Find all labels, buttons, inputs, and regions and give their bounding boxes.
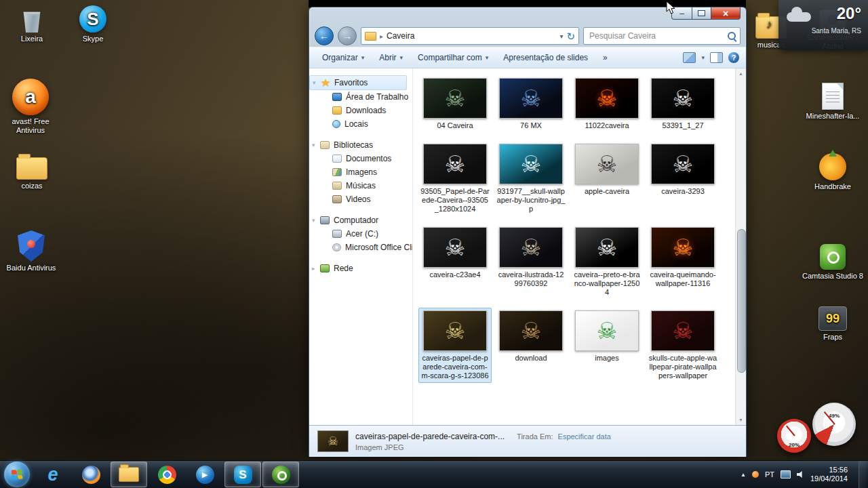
file-item[interactable]: ☠download bbox=[494, 308, 568, 383]
expander-icon[interactable] bbox=[313, 79, 321, 86]
network-tray-icon[interactable] bbox=[781, 470, 791, 479]
change-view-icon[interactable] bbox=[683, 52, 696, 63]
address-dropdown-icon[interactable] bbox=[559, 33, 563, 40]
file-item[interactable]: ☠caveira-ilustrada-1299760392 bbox=[494, 224, 568, 300]
sidebar-item-m-sicas[interactable]: Músicas bbox=[309, 179, 412, 192]
expander-icon[interactable] bbox=[312, 142, 320, 148]
sidebar-section-bibliotecas[interactable]: Bibliotecas bbox=[309, 138, 412, 152]
sidebar-section: FavoritosÁrea de TrabalhoDownloadsLocais bbox=[309, 75, 412, 131]
start-button[interactable] bbox=[4, 462, 30, 487]
sidebar-item-locais[interactable]: Locais bbox=[309, 117, 412, 131]
minimize-icon bbox=[679, 9, 684, 18]
desktop-icon-label: Skype bbox=[83, 35, 104, 43]
sidebar-section-favoritos[interactable]: Favoritos bbox=[309, 75, 407, 90]
desktop-icon-skype[interactable]: Skype bbox=[62, 5, 124, 43]
scroll-down-icon[interactable] bbox=[736, 415, 746, 425]
desktop-icon-avast[interactable]: avast! Free Antivirus bbox=[0, 79, 62, 135]
taskbar-media-player[interactable] bbox=[186, 462, 223, 487]
help-icon[interactable] bbox=[728, 52, 739, 63]
back-button[interactable] bbox=[315, 26, 334, 45]
desktop-icon-coizas[interactable]: coizas bbox=[1, 157, 63, 190]
details-info: caveiras-papel-de-parede-caveira-com-...… bbox=[355, 432, 611, 451]
file-thumbnail: ☠ bbox=[499, 310, 563, 351]
details-meta: Tirada Em: Especificar data bbox=[517, 432, 611, 441]
sidebar-item-videos[interactable]: Videos bbox=[309, 192, 412, 206]
taskbar-chrome[interactable] bbox=[149, 462, 185, 487]
file-item[interactable]: ☠931977__skull-wallpaper-by-lucnitro-jpg… bbox=[494, 141, 568, 216]
file-thumbnail: ☠ bbox=[423, 144, 487, 184]
weather-gadget[interactable]: 20° Santa Maria, RS bbox=[778, 0, 868, 50]
language-indicator[interactable]: PT bbox=[765, 470, 774, 479]
show-desktop-button[interactable] bbox=[859, 461, 867, 488]
file-item[interactable]: ☠caveira--preto-e-branco-wallpaper-12504 bbox=[570, 224, 644, 300]
file-item[interactable]: ☠53391_1_27 bbox=[646, 75, 719, 133]
file-item[interactable]: ☠apple-caveira bbox=[570, 141, 644, 216]
title-bar[interactable] bbox=[309, 7, 746, 25]
sidebar-item-rea-de-trabalho[interactable]: Área de Trabalho bbox=[309, 90, 412, 104]
desktop-icon-baidu-antivirus[interactable]: Baidu Antivirus bbox=[0, 230, 62, 272]
refresh-icon[interactable] bbox=[566, 31, 575, 41]
cloud-icon bbox=[787, 12, 811, 22]
close-button[interactable] bbox=[711, 7, 741, 20]
breadcrumb-location[interactable]: Caveira bbox=[387, 31, 414, 41]
doc-icon bbox=[332, 155, 342, 163]
taskbar-internet-explorer[interactable] bbox=[35, 462, 71, 487]
file-item[interactable]: ☠skulls-cute-apple-wallpepar-pirate-wall… bbox=[646, 308, 719, 383]
vertical-scrollbar[interactable] bbox=[735, 68, 746, 425]
maximize-button[interactable] bbox=[692, 7, 711, 20]
volume-tray-icon[interactable] bbox=[797, 471, 804, 479]
sidebar-item-downloads[interactable]: Downloads bbox=[309, 104, 412, 117]
sidebar-item-documentos[interactable]: Documentos bbox=[309, 152, 412, 165]
file-item[interactable]: ☠76 MX bbox=[494, 75, 568, 133]
sidebar-section: BibliotecasDocumentosImagensMúsicasVideo… bbox=[309, 138, 412, 206]
file-item[interactable]: ☠04 Caveira bbox=[418, 75, 492, 133]
sidebar-item-microsoft-office-cli[interactable]: Microsoft Office Cli bbox=[309, 241, 412, 254]
sidebar-section-rede[interactable]: Rede bbox=[309, 262, 412, 275]
hidden-icons-caret-icon[interactable] bbox=[741, 472, 746, 478]
view-dropdown-icon[interactable] bbox=[701, 54, 705, 61]
system-tray: PT 15:56 19/04/2014 bbox=[741, 461, 868, 488]
file-item[interactable]: ☠caveira-queimando-wallpaper-11316 bbox=[646, 224, 719, 300]
preview-pane-icon[interactable] bbox=[710, 52, 723, 63]
expander-icon[interactable] bbox=[312, 217, 320, 224]
toolbar-button-overflow[interactable]: » bbox=[597, 50, 614, 65]
sidebar-section-computador[interactable]: Computador bbox=[309, 214, 412, 227]
cpu-meter-gadget[interactable]: 20% 49% bbox=[777, 403, 856, 453]
scrollbar-thumb[interactable] bbox=[737, 229, 746, 373]
taskbar-windows-explorer[interactable] bbox=[111, 462, 147, 487]
file-item[interactable]: ☠caveira-c23ae4 bbox=[418, 224, 492, 300]
file-item[interactable]: ☠images bbox=[570, 308, 644, 383]
file-item[interactable]: ☠93505_Papel-de-Parede-Caveira--93505_12… bbox=[418, 141, 492, 216]
sidebar-item-imagens[interactable]: Imagens bbox=[309, 165, 412, 179]
details-meta-value[interactable]: Especificar data bbox=[558, 432, 611, 441]
expander-icon[interactable] bbox=[312, 265, 320, 272]
toolbar-button-abrir[interactable]: Abrir bbox=[373, 50, 409, 65]
search-input[interactable] bbox=[588, 30, 724, 41]
sidebar-item-acer-c[interactable]: Acer (C:) bbox=[309, 227, 412, 241]
search-box[interactable] bbox=[583, 27, 741, 45]
desktop-icon-mineshafter[interactable]: Mineshafter-la... bbox=[802, 83, 864, 121]
desktop-icon-camtasia[interactable]: Camtasia Studio 8 bbox=[802, 244, 864, 281]
taskbar-camtasia[interactable] bbox=[262, 462, 299, 487]
file-item[interactable]: ☠11022caveira bbox=[570, 75, 644, 133]
skull-icon: ☠ bbox=[597, 319, 617, 342]
desktop-icon-lixeira[interactable]: Lixeira bbox=[1, 8, 63, 43]
desktop-icon-handbrake[interactable]: Handbrake bbox=[802, 153, 864, 191]
taskbar-skype[interactable] bbox=[224, 462, 261, 487]
file-item[interactable]: ☠caveira-3293 bbox=[646, 141, 719, 216]
desktop-icon-fraps[interactable]: Fraps bbox=[802, 306, 864, 342]
toolbar-button-apresenta-o-de-slides[interactable]: Apresentação de slides bbox=[497, 50, 594, 65]
address-bar[interactable]: Caveira bbox=[361, 27, 579, 45]
scroll-up-icon[interactable] bbox=[736, 68, 746, 79]
forward-button[interactable] bbox=[338, 26, 357, 45]
toolbar-button-compartilhar-com[interactable]: Compartilhar com bbox=[412, 50, 494, 65]
file-thumbnail: ☠ bbox=[499, 78, 563, 119]
taskbar-clock[interactable]: 15:56 19/04/2014 bbox=[810, 466, 848, 483]
avast-tray-icon[interactable] bbox=[752, 471, 759, 478]
taskbar-firefox[interactable] bbox=[73, 462, 109, 487]
file-item[interactable]: ☠caveiras-papel-de-parede-caveira-com-m-… bbox=[418, 308, 492, 383]
search-icon[interactable] bbox=[728, 32, 736, 40]
desktop-icon-label: coizas bbox=[21, 182, 42, 190]
gauge-dial: 20% bbox=[777, 419, 811, 453]
toolbar-button-organizar[interactable]: Organizar bbox=[316, 50, 370, 65]
